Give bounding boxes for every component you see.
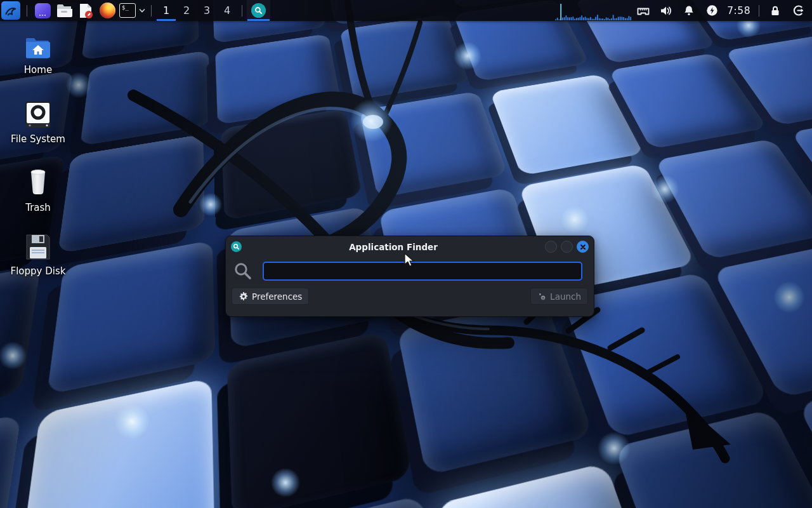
desktop-icon-label: Floppy Disk (11, 265, 66, 277)
taskbar-application-finder[interactable] (247, 0, 270, 21)
cpu-graph[interactable] (554, 0, 632, 21)
wallpaper-cube (221, 109, 362, 220)
launch-gears-icon (537, 292, 546, 301)
purple-app-icon (35, 3, 51, 18)
lock-screen-button[interactable] (764, 0, 787, 21)
panel-separator (27, 5, 27, 17)
search-icon (251, 3, 266, 18)
launcher-text-editor[interactable] (75, 0, 96, 21)
desktop-icon-label: File System (11, 133, 65, 145)
firefox-icon (100, 3, 115, 18)
close-icon (580, 244, 586, 250)
preferences-label: Preferences (252, 291, 302, 302)
launcher-show-desktop[interactable] (32, 0, 53, 21)
power-manager-icon (705, 4, 719, 17)
applications-menu-button[interactable] (1, 1, 20, 20)
wallpaper-cube (227, 331, 413, 508)
wallpaper-cube (0, 414, 22, 508)
wallpaper-cube (0, 265, 41, 429)
maximize-button[interactable] (561, 241, 573, 253)
gear-icon (239, 291, 248, 301)
wallpaper-cube (360, 91, 508, 197)
folder-icon (56, 3, 72, 18)
top-panel: $_ 1 2 3 4 (0, 0, 812, 21)
wallpaper-cube (80, 50, 210, 146)
search-input[interactable] (263, 262, 582, 281)
workspace-4[interactable]: 4 (217, 0, 237, 21)
floppy-disk-icon (24, 232, 52, 262)
window-title: Application Finder (242, 242, 545, 252)
active-workspace-underline (157, 19, 176, 21)
desktop-root: Home File System Trash (0, 0, 812, 508)
launch-button[interactable]: Launch (530, 288, 588, 305)
application-finder-icon (231, 241, 242, 252)
terminal-prompt-glyph: $_ (122, 4, 129, 11)
network-tray-button[interactable] (632, 0, 655, 21)
trash-empty-icon (23, 166, 53, 198)
wallpaper-cube (216, 34, 342, 125)
notifications-bell-icon (683, 4, 695, 17)
panel-separator (759, 5, 759, 17)
network-icon (636, 5, 650, 17)
wallpaper-cube (396, 299, 593, 476)
workspace-label: 2 (183, 4, 190, 17)
mouse-cursor (404, 253, 418, 268)
log-out-button[interactable] (787, 0, 809, 21)
chevron-down-icon[interactable] (138, 8, 147, 14)
hard-drive-icon (24, 100, 52, 130)
power-manager-tray-button[interactable] (700, 0, 723, 21)
desktop-icon-label: Home (24, 64, 52, 76)
notifications-tray-button[interactable] (678, 0, 700, 21)
kali-dragon-icon (4, 4, 18, 18)
desktop-icon-floppy-disk[interactable]: Floppy Disk (3, 232, 73, 277)
desktop-icon-trash[interactable]: Trash (3, 166, 73, 213)
terminal-icon: $_ (119, 3, 136, 18)
workspace-1[interactable]: 1 (156, 0, 176, 21)
clock[interactable]: 7:58 (723, 5, 754, 17)
workspace-2[interactable]: 2 (176, 0, 197, 21)
workspace-label: 3 (204, 4, 210, 17)
launcher-web-browser[interactable] (96, 0, 118, 21)
workspace-label: 4 (224, 4, 230, 17)
wallpaper-cube (17, 378, 214, 508)
document-edit-icon (78, 3, 93, 19)
close-button[interactable] (577, 241, 589, 253)
desktop-icon-label: Trash (25, 202, 51, 213)
search-icon (233, 262, 252, 281)
log-out-icon (792, 4, 805, 17)
minimize-button[interactable] (545, 241, 557, 253)
panel-separator (151, 5, 152, 17)
launch-label: Launch (550, 291, 581, 302)
home-folder-icon (23, 35, 53, 60)
launcher-file-manager[interactable] (53, 0, 75, 21)
desktop-icon-file-system[interactable]: File System (3, 100, 73, 145)
volume-icon (659, 4, 673, 17)
lock-icon (769, 4, 782, 17)
volume-tray-button[interactable] (655, 0, 678, 21)
wallpaper-cube (340, 14, 471, 100)
workspace-label: 1 (163, 4, 169, 17)
desktop-icon-home[interactable]: Home (3, 35, 73, 76)
preferences-button[interactable]: Preferences (232, 288, 309, 305)
active-task-underline (247, 19, 270, 21)
wallpaper-cube (58, 134, 205, 254)
application-finder-window: Application Finder (225, 236, 594, 317)
workspace-3[interactable]: 3 (197, 0, 217, 21)
panel-separator (242, 5, 242, 17)
launcher-terminal[interactable]: $_ (118, 0, 137, 21)
